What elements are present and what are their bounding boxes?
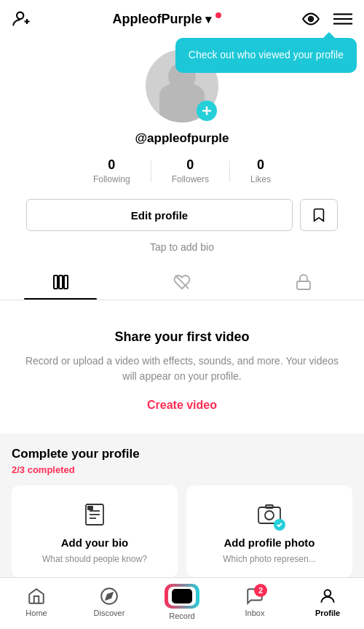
nav-inbox[interactable]: 2 Inbox (233, 587, 277, 617)
bio-prompt[interactable]: Tap to add bio (150, 241, 214, 253)
svg-point-21 (265, 511, 274, 520)
tooltip-text: Check out who viewed your profile (189, 49, 344, 60)
followers-stat: 0 Followers (151, 157, 229, 184)
empty-state-title: Share your first video (114, 329, 249, 345)
bookmark-button[interactable] (300, 199, 338, 231)
photo-card-desc: Which photo represen... (223, 553, 315, 566)
nav-home-label: Home (25, 609, 47, 617)
dropdown-chevron: ▾ (205, 12, 211, 26)
complete-card-bio: Add your bio What should people know? (12, 485, 178, 577)
empty-state: Share your first video Record or upload … (0, 300, 364, 434)
edit-profile-button[interactable]: Edit profile (26, 199, 293, 231)
live-indicator-dot (215, 12, 221, 18)
menu-button[interactable] (333, 12, 352, 26)
following-stat: 0 Following (73, 157, 151, 184)
nav-record[interactable]: Record (160, 584, 204, 620)
empty-state-description: Record or upload a video with effects, s… (22, 353, 342, 384)
nav-record-label: Record (169, 612, 194, 620)
svg-point-0 (17, 12, 23, 19)
top-nav-actions (301, 9, 352, 28)
app-title-text: AppleofPurple (112, 12, 202, 27)
add-photo-button[interactable] (197, 101, 217, 121)
record-button-core (172, 589, 192, 603)
svg-point-4 (310, 18, 312, 20)
tab-private[interactable] (242, 265, 364, 300)
bio-card-icon (80, 500, 109, 529)
record-button-inner (168, 587, 196, 606)
svg-rect-11 (59, 276, 63, 289)
following-label: Following (93, 174, 130, 184)
top-navigation: AppleofPurple ▾ (0, 0, 364, 38)
nav-discover-label: Discover (94, 609, 125, 617)
photo-card-icon (255, 500, 284, 529)
svg-rect-12 (64, 276, 68, 289)
followers-label: Followers (172, 174, 209, 184)
nav-discover[interactable]: Discover (87, 587, 131, 617)
nav-home[interactable]: Home (15, 587, 58, 617)
add-friend-button[interactable] (12, 9, 32, 29)
inbox-wrapper: 2 (245, 587, 264, 606)
likes-stat: 0 Likes (230, 157, 291, 184)
svg-point-25 (325, 590, 331, 596)
bottom-navigation: Home Discover Record 2 Inbox Profile (0, 577, 364, 629)
complete-profile-title: Complete your profile (12, 447, 352, 461)
create-video-button[interactable]: Create video (147, 399, 217, 412)
bio-card-title: Add your bio (61, 536, 129, 549)
likes-label: Likes (250, 174, 271, 184)
photo-check-badge (274, 519, 285, 531)
stats-row: 0 Following 0 Followers 0 Likes (12, 157, 352, 184)
action-row: Edit profile (12, 199, 352, 231)
followers-count: 0 (186, 157, 194, 173)
nav-profile[interactable]: Profile (306, 587, 349, 617)
following-count: 0 (108, 157, 115, 173)
complete-profile-section: Complete your profile 2/3 completed Add … (0, 434, 364, 589)
svg-rect-22 (266, 505, 273, 508)
tabs-row (0, 265, 364, 300)
svg-rect-19 (87, 506, 93, 510)
svg-marker-24 (106, 593, 112, 599)
complete-profile-progress: 2/3 completed (12, 464, 352, 475)
tab-videos[interactable] (0, 265, 122, 300)
tab-liked[interactable] (122, 265, 243, 300)
svg-rect-14 (297, 281, 310, 289)
username-title[interactable]: AppleofPurple ▾ (112, 12, 221, 27)
profile-views-tooltip[interactable]: Check out who viewed your profile (175, 38, 357, 73)
inbox-badge: 2 (254, 584, 267, 597)
photo-card-title: Add profile photo (224, 536, 315, 549)
bio-card-desc: What should people know? (42, 553, 147, 566)
record-button-visual (165, 584, 199, 609)
nav-profile-label: Profile (315, 609, 340, 617)
nav-inbox-label: Inbox (245, 609, 265, 617)
svg-rect-10 (54, 276, 58, 289)
view-who-visited-button[interactable] (301, 9, 320, 28)
complete-cards: Add your bio What should people know? Ad… (12, 485, 352, 577)
profile-username: @appleofpurple (135, 131, 229, 146)
likes-count: 0 (257, 157, 264, 173)
complete-card-photo: Add profile photo Which photo represen..… (186, 485, 352, 577)
